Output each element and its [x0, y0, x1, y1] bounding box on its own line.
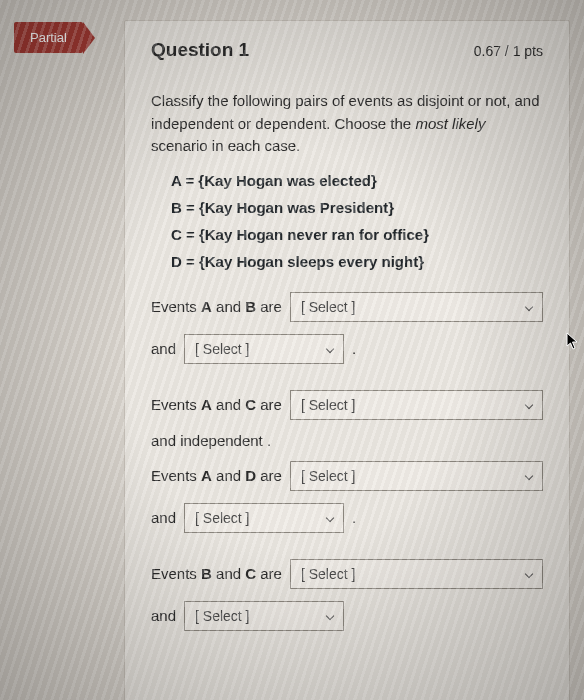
question-points: 0.67 / 1 pts [474, 43, 543, 59]
pair-ad-row1: Events A and D are [ Select ] [151, 461, 543, 491]
select-value: [ Select ] [301, 299, 355, 315]
pair-bc-row2: and [ Select ] [151, 601, 543, 631]
select-value: [ Select ] [195, 510, 249, 526]
def-b: B = {Kay Hogan was President} [171, 199, 543, 216]
def-a: A = {Kay Hogan was elected} [171, 172, 543, 189]
chevron-down-icon [325, 513, 335, 523]
pair-ab-prefix: Events A and B are [151, 298, 282, 315]
question-card: Question 1 0.67 / 1 pts Classify the fol… [124, 20, 570, 700]
instructions: Classify the following pairs of events a… [151, 90, 543, 158]
select-value: [ Select ] [195, 341, 249, 357]
pair-ad-disjoint-select[interactable]: [ Select ] [290, 461, 543, 491]
pair-bc-disjoint-select[interactable]: [ Select ] [290, 559, 543, 589]
select-value: [ Select ] [195, 608, 249, 624]
def-d: D = {Kay Hogan sleeps every night} [171, 253, 543, 270]
pair-ad-prefix: Events A and D are [151, 467, 282, 484]
event-definitions: A = {Kay Hogan was elected} B = {Kay Hog… [151, 172, 543, 270]
and-label: and [151, 607, 176, 624]
chevron-down-icon [524, 471, 534, 481]
pair-ac-prefix: Events A and C are [151, 396, 282, 413]
select-value: [ Select ] [301, 566, 355, 582]
pair-ad-indep-select[interactable]: [ Select ] [184, 503, 344, 533]
chevron-down-icon [524, 400, 534, 410]
pair-ab-indep-select[interactable]: [ Select ] [184, 334, 344, 364]
chevron-down-icon [524, 302, 534, 312]
and-label: and [151, 340, 176, 357]
question-header: Question 1 0.67 / 1 pts [151, 39, 543, 90]
period: . [352, 509, 356, 526]
partial-badge-label: Partial [30, 30, 67, 45]
chevron-down-icon [325, 611, 335, 621]
select-value: [ Select ] [301, 397, 355, 413]
mouse-cursor-icon [566, 332, 580, 350]
select-value: [ Select ] [301, 468, 355, 484]
chevron-down-icon [524, 569, 534, 579]
partial-badge: Partial [14, 22, 83, 53]
pair-ac-disjoint-select[interactable]: [ Select ] [290, 390, 543, 420]
pair-ab-disjoint-select[interactable]: [ Select ] [290, 292, 543, 322]
pair-ab-row2: and [ Select ] . [151, 334, 543, 364]
def-c: C = {Kay Hogan never ran for office} [171, 226, 543, 243]
pair-ad-row2: and [ Select ] . [151, 503, 543, 533]
pair-bc-row1: Events B and C are [ Select ] [151, 559, 543, 589]
pair-ab-row1: Events A and B are [ Select ] [151, 292, 543, 322]
pair-ac-independent-text: and independent . [151, 432, 543, 449]
and-label: and [151, 509, 176, 526]
question-title: Question 1 [151, 39, 249, 61]
pair-bc-prefix: Events B and C are [151, 565, 282, 582]
instructions-emph: most likely [415, 115, 485, 132]
period: . [352, 340, 356, 357]
chevron-down-icon [325, 344, 335, 354]
pair-ac-row1: Events A and C are [ Select ] [151, 390, 543, 420]
pair-bc-indep-select[interactable]: [ Select ] [184, 601, 344, 631]
instructions-text-2: scenario in each case. [151, 137, 300, 154]
